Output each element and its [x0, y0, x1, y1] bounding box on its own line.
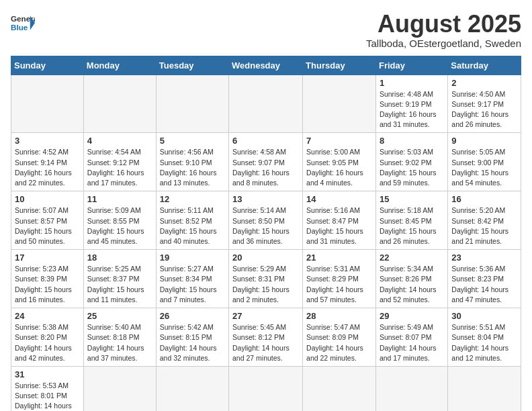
calendar-cell: 11Sunrise: 5:09 AM Sunset: 8:55 PM Dayli… [83, 191, 156, 250]
calendar-cell: 6Sunrise: 4:58 AM Sunset: 9:07 PM Daylig… [229, 133, 303, 191]
calendar-cell: 12Sunrise: 5:11 AM Sunset: 8:52 PM Dayli… [156, 191, 228, 250]
day-number: 21 [306, 253, 372, 263]
week-row-4: 17Sunrise: 5:23 AM Sunset: 8:39 PM Dayli… [11, 250, 521, 308]
day-info: Sunrise: 5:36 AM Sunset: 8:23 PM Dayligh… [451, 264, 517, 305]
day-number: 24 [15, 311, 80, 321]
calendar-cell: 27Sunrise: 5:45 AM Sunset: 8:12 PM Dayli… [229, 308, 303, 367]
day-number: 7 [306, 136, 372, 146]
calendar-cell: 14Sunrise: 5:16 AM Sunset: 8:47 PM Dayli… [303, 191, 376, 250]
calendar-title: August 2025 [366, 11, 521, 38]
day-info: Sunrise: 5:00 AM Sunset: 9:05 PM Dayligh… [306, 147, 372, 188]
calendar-cell [448, 366, 521, 411]
day-number: 25 [87, 311, 152, 321]
day-number: 6 [232, 136, 299, 146]
calendar-cell: 8Sunrise: 5:03 AM Sunset: 9:02 PM Daylig… [375, 133, 447, 191]
week-row-2: 3Sunrise: 4:52 AM Sunset: 9:14 PM Daylig… [11, 133, 521, 191]
day-number: 11 [87, 194, 152, 204]
day-info: Sunrise: 5:09 AM Sunset: 8:55 PM Dayligh… [87, 205, 152, 246]
day-number: 12 [160, 194, 225, 204]
calendar-cell: 16Sunrise: 5:20 AM Sunset: 8:42 PM Dayli… [448, 191, 521, 250]
header: General Blue August 2025 Tallboda, OEste… [11, 11, 521, 49]
day-number: 28 [306, 311, 372, 321]
day-info: Sunrise: 4:58 AM Sunset: 9:07 PM Dayligh… [232, 147, 299, 188]
weekday-header-friday: Friday [375, 56, 447, 75]
day-number: 2 [451, 78, 517, 88]
week-row-6: 31Sunrise: 5:53 AM Sunset: 8:01 PM Dayli… [11, 366, 521, 411]
day-number: 26 [160, 311, 225, 321]
calendar-cell: 28Sunrise: 5:47 AM Sunset: 8:09 PM Dayli… [303, 308, 376, 367]
day-info: Sunrise: 5:47 AM Sunset: 8:09 PM Dayligh… [306, 322, 372, 363]
calendar-cell: 10Sunrise: 5:07 AM Sunset: 8:57 PM Dayli… [11, 191, 84, 250]
day-number: 27 [232, 311, 299, 321]
logo-icon: General Blue [11, 11, 35, 35]
calendar-cell [303, 75, 376, 133]
day-number: 17 [15, 253, 80, 263]
day-number: 29 [380, 311, 444, 321]
day-number: 8 [380, 136, 444, 146]
day-info: Sunrise: 5:03 AM Sunset: 9:02 PM Dayligh… [380, 147, 444, 188]
day-info: Sunrise: 5:18 AM Sunset: 8:45 PM Dayligh… [380, 205, 444, 246]
day-number: 22 [380, 253, 444, 263]
day-info: Sunrise: 4:50 AM Sunset: 9:17 PM Dayligh… [451, 89, 517, 130]
week-row-3: 10Sunrise: 5:07 AM Sunset: 8:57 PM Dayli… [11, 191, 521, 250]
calendar-cell: 20Sunrise: 5:29 AM Sunset: 8:31 PM Dayli… [229, 250, 303, 308]
day-info: Sunrise: 5:45 AM Sunset: 8:12 PM Dayligh… [232, 322, 299, 363]
calendar-cell [83, 366, 156, 411]
day-info: Sunrise: 5:07 AM Sunset: 8:57 PM Dayligh… [15, 205, 80, 246]
day-number: 19 [160, 253, 225, 263]
day-info: Sunrise: 5:05 AM Sunset: 9:00 PM Dayligh… [451, 147, 517, 188]
day-info: Sunrise: 5:49 AM Sunset: 8:07 PM Dayligh… [380, 322, 444, 363]
day-info: Sunrise: 5:40 AM Sunset: 8:18 PM Dayligh… [87, 322, 152, 363]
calendar-cell [83, 75, 156, 133]
calendar-table: SundayMondayTuesdayWednesdayThursdayFrid… [11, 56, 521, 411]
calendar-cell: 13Sunrise: 5:14 AM Sunset: 8:50 PM Dayli… [229, 191, 303, 250]
title-block: August 2025 Tallboda, OEstergoetland, Sw… [366, 11, 521, 49]
calendar-cell: 17Sunrise: 5:23 AM Sunset: 8:39 PM Dayli… [11, 250, 84, 308]
calendar-subtitle: Tallboda, OEstergoetland, Sweden [366, 38, 521, 49]
day-number: 4 [87, 136, 152, 146]
day-info: Sunrise: 5:25 AM Sunset: 8:37 PM Dayligh… [87, 264, 152, 305]
calendar-cell: 26Sunrise: 5:42 AM Sunset: 8:15 PM Dayli… [156, 308, 228, 367]
day-number: 10 [15, 194, 80, 204]
day-info: Sunrise: 4:54 AM Sunset: 9:12 PM Dayligh… [87, 147, 152, 188]
day-number: 3 [15, 136, 80, 146]
calendar-cell [375, 366, 447, 411]
day-number: 5 [160, 136, 225, 146]
day-info: Sunrise: 5:42 AM Sunset: 8:15 PM Dayligh… [160, 322, 225, 363]
calendar-cell: 30Sunrise: 5:51 AM Sunset: 8:04 PM Dayli… [448, 308, 521, 367]
day-info: Sunrise: 5:51 AM Sunset: 8:04 PM Dayligh… [451, 322, 517, 363]
calendar-cell: 21Sunrise: 5:31 AM Sunset: 8:29 PM Dayli… [303, 250, 376, 308]
calendar-cell: 15Sunrise: 5:18 AM Sunset: 8:45 PM Dayli… [375, 191, 447, 250]
weekday-header-saturday: Saturday [448, 56, 521, 75]
day-info: Sunrise: 5:34 AM Sunset: 8:26 PM Dayligh… [380, 264, 444, 305]
day-number: 23 [451, 253, 517, 263]
day-info: Sunrise: 5:27 AM Sunset: 8:34 PM Dayligh… [160, 264, 225, 305]
calendar-cell: 1Sunrise: 4:48 AM Sunset: 9:19 PM Daylig… [375, 75, 447, 133]
weekday-header-thursday: Thursday [303, 56, 376, 75]
calendar-cell: 4Sunrise: 4:54 AM Sunset: 9:12 PM Daylig… [83, 133, 156, 191]
weekday-header-wednesday: Wednesday [229, 56, 303, 75]
day-info: Sunrise: 5:29 AM Sunset: 8:31 PM Dayligh… [232, 264, 299, 305]
calendar-cell: 31Sunrise: 5:53 AM Sunset: 8:01 PM Dayli… [11, 366, 84, 411]
week-row-5: 24Sunrise: 5:38 AM Sunset: 8:20 PM Dayli… [11, 308, 521, 367]
week-row-1: 1Sunrise: 4:48 AM Sunset: 9:19 PM Daylig… [11, 75, 521, 133]
weekday-header-tuesday: Tuesday [156, 56, 228, 75]
calendar-cell [156, 366, 228, 411]
calendar-cell: 25Sunrise: 5:40 AM Sunset: 8:18 PM Dayli… [83, 308, 156, 367]
calendar-cell [156, 75, 228, 133]
calendar-cell: 2Sunrise: 4:50 AM Sunset: 9:17 PM Daylig… [448, 75, 521, 133]
calendar-cell [11, 75, 84, 133]
logo: General Blue [11, 11, 35, 35]
day-number: 30 [451, 311, 517, 321]
calendar-cell [229, 366, 303, 411]
day-number: 31 [15, 369, 80, 379]
calendar-cell: 23Sunrise: 5:36 AM Sunset: 8:23 PM Dayli… [448, 250, 521, 308]
calendar-cell: 3Sunrise: 4:52 AM Sunset: 9:14 PM Daylig… [11, 133, 84, 191]
calendar-cell: 22Sunrise: 5:34 AM Sunset: 8:26 PM Dayli… [375, 250, 447, 308]
day-number: 20 [232, 253, 299, 263]
day-info: Sunrise: 5:14 AM Sunset: 8:50 PM Dayligh… [232, 205, 299, 246]
day-info: Sunrise: 5:31 AM Sunset: 8:29 PM Dayligh… [306, 264, 372, 305]
weekday-header-sunday: Sunday [11, 56, 84, 75]
day-info: Sunrise: 5:53 AM Sunset: 8:01 PM Dayligh… [15, 381, 80, 411]
calendar-cell: 18Sunrise: 5:25 AM Sunset: 8:37 PM Dayli… [83, 250, 156, 308]
